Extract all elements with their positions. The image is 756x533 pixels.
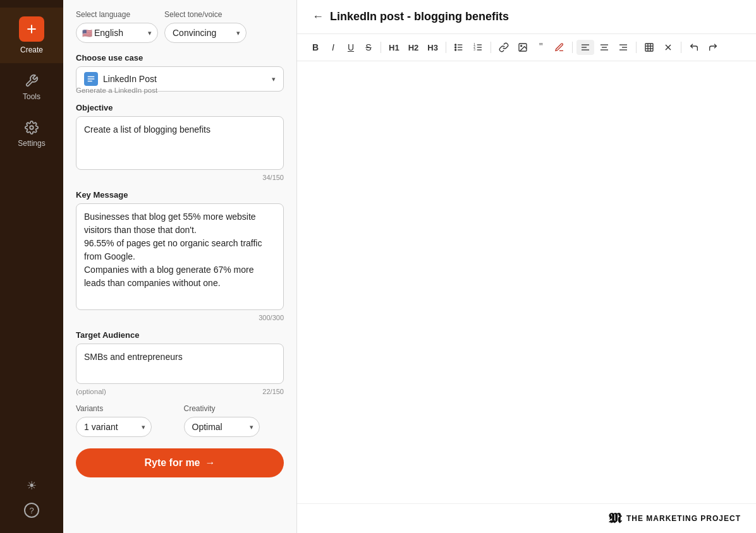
creativity-label: Creativity [184,404,284,413]
brand-logo-text: THE MARKETING PROJECT [626,514,741,523]
select-language-label: Select language [76,10,158,19]
align-center-button[interactable] [595,40,613,55]
right-header: ← LinkedIn post - blogging benefits [297,0,756,34]
use-case-icon [84,72,98,86]
italic-button[interactable]: I [325,40,341,55]
sidebar-item-create-label: Create [20,45,43,54]
target-audience-char-count: 22/150 [262,388,284,395]
h2-button[interactable]: H2 [405,40,423,55]
theme-icon[interactable]: ☀ [21,474,42,498]
clear-format-button[interactable] [659,40,677,55]
align-left-button[interactable] [576,40,594,55]
sidebar-item-tools[interactable]: Tools [0,63,63,110]
left-panel: Select language 🇺🇸 English ▾ Select tone… [63,0,297,533]
svg-rect-27 [645,44,653,51]
objective-char-count: 34/150 [76,174,284,181]
bold-button[interactable]: B [307,40,324,55]
toolbar-sep-6 [681,42,681,53]
editor-area[interactable] [297,61,756,503]
quote-button[interactable]: " [533,39,549,56]
brand-logo: 𝕸 THE MARKETING PROJECT [609,510,741,527]
objective-textarea[interactable]: Create a list of blogging benefits [76,116,284,170]
select-tone-label: Select tone/voice [164,10,247,19]
underline-button[interactable]: U [343,40,359,55]
svg-point-9 [455,49,456,51]
right-panel: ← LinkedIn post - blogging benefits B I … [297,0,756,533]
sidebar: Create Tools Settings ☀ ? [0,0,63,533]
key-message-label: Key Message [76,190,284,200]
sidebar-item-tools-label: Tools [23,92,40,101]
variants-select[interactable]: 1 variant [76,417,152,437]
svg-text:3: 3 [473,48,475,51]
objective-label: Objective [76,103,284,112]
variants-select-wrapper: 1 variant ▾ [76,417,152,437]
tone-select-wrapper: Convincing ▾ [164,23,247,43]
ryte-button-label: Ryte for me [144,457,200,469]
svg-point-8 [455,47,456,48]
align-right-button[interactable] [614,40,632,55]
use-case-chevron-icon: ▾ [272,75,276,83]
language-select-wrapper: 🇺🇸 English ▾ [76,23,158,43]
pen-button[interactable] [551,40,568,55]
target-audience-hint: (optional) [76,388,106,395]
use-case-hint: Generate a LinkedIn post [76,87,284,94]
toolbar-sep-4 [572,42,573,53]
redo-button[interactable] [704,40,722,55]
creativity-select-wrapper: Optimal ▾ [184,417,260,437]
toolbar-sep-2 [446,42,446,53]
svg-point-7 [455,44,456,45]
ryte-button-arrow: → [205,457,216,469]
h1-button[interactable]: H1 [385,40,403,55]
bullet-list-button[interactable] [450,40,468,55]
brand-logo-icon: 𝕸 [609,510,621,527]
image-button[interactable] [514,40,532,55]
toolbar-sep-3 [491,42,491,53]
undo-button[interactable] [685,40,703,55]
toolbar: B I U S H1 H2 H3 123 " [297,34,756,61]
page-title: LinkedIn post - blogging benefits [330,10,509,23]
table-button[interactable] [640,40,658,55]
right-footer: 𝕸 THE MARKETING PROJECT [297,503,756,533]
variants-label: Variants [76,404,176,413]
editor-content[interactable] [312,76,741,266]
h3-button[interactable]: H3 [424,40,442,55]
use-case-label: Choose use case [76,53,284,63]
toolbar-sep-5 [636,42,637,53]
creativity-select[interactable]: Optimal [184,417,260,437]
sidebar-item-create[interactable]: Create [0,8,63,63]
tone-select[interactable]: Convincing [164,23,247,43]
toolbar-sep-1 [381,42,381,53]
svg-point-17 [521,45,522,47]
ordered-list-button[interactable]: 123 [469,40,487,55]
use-case-value: LinkedIn Post [103,74,267,84]
sidebar-item-settings[interactable]: Settings [0,110,63,157]
ryte-button[interactable]: Ryte for me → [76,448,284,477]
target-audience-textarea[interactable]: SMBs and entrepreneurs [76,344,284,384]
key-message-char-count: 300/300 [76,314,284,321]
language-select[interactable]: English [76,23,158,43]
target-audience-label: Target Audience [76,330,284,340]
help-icon[interactable]: ? [24,503,39,518]
key-message-textarea[interactable]: Businesses that blog get 55% more websit… [76,203,284,310]
sidebar-item-settings-label: Settings [18,139,45,148]
back-button[interactable]: ← [312,10,324,23]
link-button[interactable] [495,40,513,55]
svg-point-0 [30,126,34,129]
strikethrough-button[interactable]: S [360,40,377,55]
